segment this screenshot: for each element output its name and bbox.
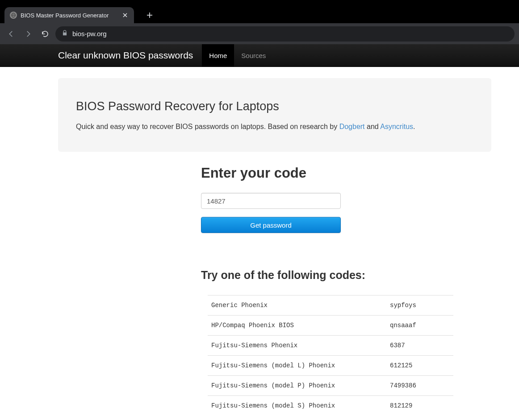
vendor-cell: Generic Phoenix [208, 295, 386, 316]
page-content: Clear unknown BIOS passwords Home Source… [0, 44, 519, 416]
table-row: Fujitsu-Siemens (model S) Phoenix812129 [208, 396, 453, 416]
table-row: Fujitsu-Siemens Phoenix6387 [208, 336, 453, 356]
code-cell: sypfoys [386, 295, 453, 316]
link-asyncritus[interactable]: Asyncritus [380, 123, 413, 130]
vendor-cell: HP/Compaq Phoenix BIOS [208, 316, 386, 336]
vendor-cell: Fujitsu-Siemens (model L) Phoenix [208, 356, 386, 376]
browser-chrome: BIOS Master Password Generator bios-pw.o… [0, 0, 519, 44]
nav-sources[interactable]: Sources [234, 44, 273, 67]
link-dogbert[interactable]: Dogbert [339, 123, 365, 130]
code-cell: 7499386 [386, 376, 453, 396]
jumbotron: BIOS Password Recovery for Laptops Quick… [58, 78, 491, 152]
jumbo-title: BIOS Password Recovery for Laptops [76, 100, 473, 113]
container: BIOS Password Recovery for Laptops Quick… [58, 67, 491, 416]
code-cell: 812129 [386, 396, 453, 416]
table-row: Fujitsu-Siemens (model L) Phoenix612125 [208, 356, 453, 376]
tab-strip: BIOS Master Password Generator [0, 0, 519, 23]
results-table: Generic PhoenixsypfoysHP/Compaq Phoenix … [208, 295, 453, 416]
lead-text-1: Quick and easy way to recover BIOS passw… [76, 123, 339, 130]
site-navbar: Clear unknown BIOS passwords Home Source… [0, 44, 519, 67]
table-row: HP/Compaq Phoenix BIOSqnsaaaf [208, 316, 453, 336]
results-section: Try one of the following codes: Generic … [201, 269, 514, 416]
code-cell: 6387 [386, 336, 453, 356]
results-heading: Try one of the following codes: [201, 269, 514, 282]
form-section: Enter your code Get password [201, 165, 491, 233]
close-tab-button[interactable] [121, 12, 129, 19]
vendor-cell: Fujitsu-Siemens (model P) Phoenix [208, 376, 386, 396]
code-input[interactable] [201, 193, 341, 209]
lead-text-2: and [365, 123, 381, 130]
address-bar[interactable]: bios-pw.org [55, 26, 515, 42]
vendor-cell: Fujitsu-Siemens (model S) Phoenix [208, 396, 386, 416]
lead-text-3: . [413, 123, 415, 130]
vendor-cell: Fujitsu-Siemens Phoenix [208, 336, 386, 356]
browser-tab[interactable]: BIOS Master Password Generator [4, 7, 134, 23]
code-cell: 612125 [386, 356, 453, 376]
forward-button[interactable] [21, 27, 35, 41]
tab-title: BIOS Master Password Generator [21, 12, 118, 19]
code-cell: qnsaaaf [386, 316, 453, 336]
form-heading: Enter your code [201, 165, 491, 181]
back-button[interactable] [4, 27, 18, 41]
get-password-button[interactable]: Get password [201, 217, 341, 233]
table-row: Fujitsu-Siemens (model P) Phoenix7499386 [208, 376, 453, 396]
url-text: bios-pw.org [72, 30, 107, 37]
reload-button[interactable] [38, 27, 52, 41]
browser-toolbar: bios-pw.org [0, 23, 519, 44]
globe-icon [10, 12, 17, 19]
lock-icon [62, 30, 68, 37]
table-row: Generic Phoenixsypfoys [208, 295, 453, 316]
new-tab-button[interactable] [143, 8, 156, 22]
jumbo-lead: Quick and easy way to recover BIOS passw… [76, 121, 473, 132]
brand[interactable]: Clear unknown BIOS passwords [58, 50, 193, 61]
nav-home[interactable]: Home [202, 44, 234, 67]
